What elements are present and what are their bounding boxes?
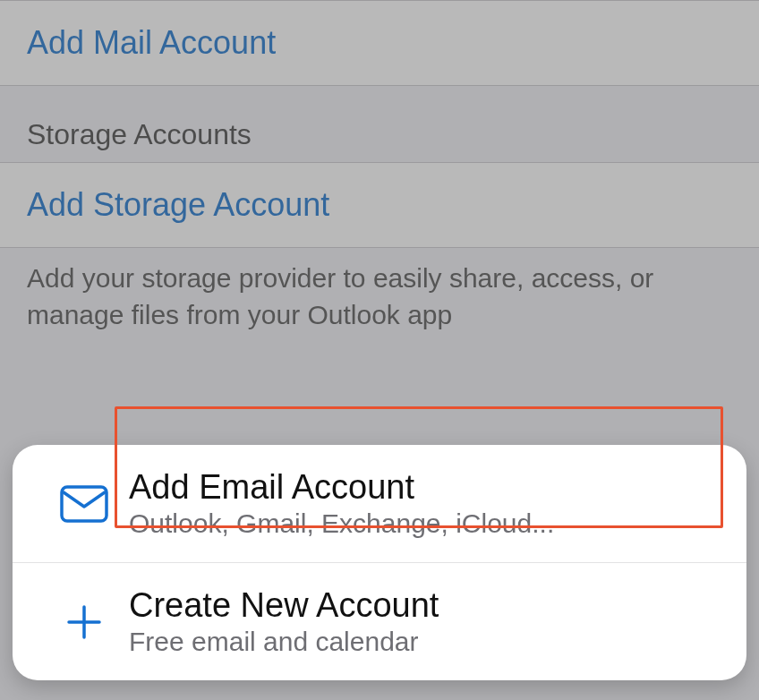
- add-email-account-option[interactable]: Add Email Account Outlook, Gmail, Exchan…: [13, 445, 746, 562]
- create-new-text-block: Create New Account Free email and calend…: [129, 586, 439, 657]
- svg-rect-0: [62, 487, 107, 521]
- create-new-subtitle: Free email and calendar: [129, 627, 439, 657]
- create-new-title: Create New Account: [129, 586, 439, 625]
- add-email-title: Add Email Account: [129, 468, 554, 507]
- mail-icon: [39, 485, 129, 523]
- account-action-sheet: Add Email Account Outlook, Gmail, Exchan…: [13, 445, 746, 680]
- add-email-text-block: Add Email Account Outlook, Gmail, Exchan…: [129, 468, 554, 539]
- add-email-subtitle: Outlook, Gmail, Exchange, iCloud...: [129, 508, 554, 539]
- plus-icon: [39, 603, 129, 641]
- create-new-account-option[interactable]: Create New Account Free email and calend…: [13, 562, 746, 680]
